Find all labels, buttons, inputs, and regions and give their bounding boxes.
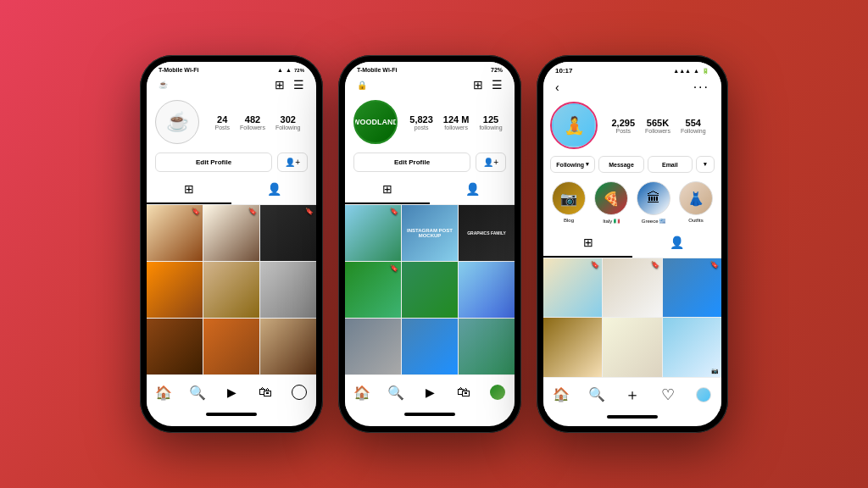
grid-cell-1-3[interactable]: 🔖 [260,205,316,261]
bottom-home-3[interactable]: 🏠 [549,383,573,407]
search-icon-2: 🔍 [387,385,404,401]
highlight-blog[interactable]: 📷 Blog [552,181,586,224]
bottom-profile-1[interactable] [287,380,311,404]
grid-cell-1-7[interactable] [147,319,203,374]
grid-cell-1-9[interactable] [260,319,316,374]
grid-cell-2-5[interactable] [402,262,458,318]
stat-followers-1: 482 Followers [240,114,265,130]
avatar-icon-1: ☕ [166,111,189,133]
grid-cell-3-6[interactable]: 📷 [663,318,721,376]
bottom-search-2[interactable]: 🔍 [384,380,408,404]
tabs-3: ⊞ 👤 [543,229,721,258]
bottom-search-3[interactable]: 🔍 [585,383,609,407]
grid-cell-2-4[interactable]: 🔖 [345,262,401,318]
bottom-profile-3[interactable] [692,383,715,407]
highlight-italy[interactable]: 🍕 Italy 🇮🇹 [594,181,628,224]
grid-cell-2-1[interactable]: 🔖 [345,205,401,261]
tab-grid-3[interactable]: ⊞ [543,229,632,258]
grid-cell-2-8[interactable] [402,319,458,374]
add-post-icon-1[interactable]: ⊞ [275,78,285,92]
following-button-3[interactable]: Following ▾ [550,156,595,173]
more-button-3[interactable]: ··· [693,80,709,95]
bottom-nav-2: 🏠 🔍 ▶ 🛍 [345,374,515,409]
grid-cell-1-6[interactable] [260,262,316,318]
bottom-profile-2[interactable] [486,380,509,404]
bookmark-1-2: 🔖 [248,208,257,215]
grid-cell-3-5[interactable] [603,318,661,376]
photo-grid-3: 🔖 🔖 🔖 📷 [543,258,721,377]
tab-tagged-1[interactable]: 👤 [231,175,316,204]
email-button-3[interactable]: Email [648,156,693,173]
posts-count-1: 24 [214,114,230,125]
grid-cell-3-2[interactable]: 🔖 [603,258,661,317]
bottom-reels-1[interactable]: ▶ [220,380,243,404]
dropdown-button-3[interactable]: ▾ [696,156,715,173]
bottom-home-1[interactable]: 🏠 [152,380,175,404]
add-friend-button-2[interactable]: 👤+ [476,152,506,172]
add-friend-button-1[interactable]: 👤+ [277,152,308,172]
bottom-add-3[interactable]: ＋ [620,383,644,407]
avatar-container-1: ☕ [155,100,199,144]
tab-tagged-2[interactable]: 👤 [430,175,515,204]
grid-cell-1-1[interactable]: 🔖 [147,205,203,261]
grid-cell-2-3[interactable]: GRAPHICS FAMILY [459,205,515,261]
highlight-greece[interactable]: 🏛 Greece 🇬🇷 [637,181,670,224]
tab-grid-1[interactable]: ⊞ [147,175,231,204]
add-icon-3: ＋ [625,385,640,405]
wifi-icon-3: ▲ [693,68,699,74]
bottom-heart-3[interactable]: ♡ [656,383,680,407]
add-post-icon-2[interactable]: ⊞ [473,78,483,92]
grid-cell-2-6[interactable] [459,262,515,318]
status-icons-3: ▲▲▲ ▲ 🔋 [673,68,709,75]
status-bar-1: T-Mobile Wi-Fi ▲ ▲ 72% [147,62,316,75]
bottom-shop-1[interactable]: 🛍 [253,380,277,404]
nav-icons-2: ⊞ ☰ [473,78,503,92]
home-icon-1: 🏠 [155,385,172,401]
posts-label-1: Posts [214,125,230,130]
highlight-icon-blog: 📷 [560,191,577,207]
grid-cell-1-2[interactable]: 🔖 [203,205,259,261]
following-label-3: Following [556,162,584,168]
grid-cell-2-7[interactable] [345,319,401,374]
grid-cell-3-4[interactable] [543,318,602,376]
highlight-circle-greece: 🏛 [637,181,670,215]
bookmark-2-4: 🔖 [390,264,398,272]
grid-icon-1: ⊞ [184,182,194,196]
bookmark-3-3: 🔖 [710,261,719,269]
back-button-3[interactable]: ‹ [555,80,559,94]
message-button-3[interactable]: Message [598,156,643,173]
action-buttons-3: Following ▾ Message Email ▾ [543,152,721,176]
reels-icon-2: ▶ [426,385,435,399]
signal-icon-1: ▲ [277,67,283,73]
grid-cell-2-9[interactable] [459,319,515,374]
grid-cell-1-4[interactable] [147,262,203,318]
profile-icon-1 [292,385,307,400]
grid-cell-1-8[interactable] [203,319,259,374]
menu-icon-2[interactable]: ☰ [492,78,503,92]
bookmark-2-1: 🔖 [390,208,398,215]
search-icon-3: 🔍 [588,386,605,402]
grid-cell-2-2[interactable]: INSTAGRAM POST MOCKUP [402,205,458,261]
bottom-shop-2[interactable]: 🛍 [452,380,476,404]
bottom-home-2[interactable]: 🏠 [350,380,374,404]
grid-cell-3-1[interactable]: 🔖 [543,258,602,317]
edit-profile-button-1[interactable]: Edit Profile [155,152,272,172]
tabs-2: ⊞ 👤 [345,175,515,205]
bottom-search-1[interactable]: 🔍 [186,380,209,404]
stats-1: 24 Posts 482 Followers 302 Following [208,114,308,130]
profile-actions-2: Edit Profile 👤+ [345,149,515,175]
menu-icon-1[interactable]: ☰ [293,78,304,92]
grid-cell-3-3[interactable]: 🔖 [663,258,721,317]
tab-grid-2[interactable]: ⊞ [345,175,430,204]
stat-followers-2: 124 M followers [443,114,470,130]
grid-cell-1-5[interactable] [203,262,259,318]
top-nav-2: 🔒 ⊞ ☰ [345,75,515,95]
avatar-container-2: WOODLAND [353,100,398,144]
tab-tagged-3[interactable]: 👤 [632,229,721,258]
edit-profile-button-2[interactable]: Edit Profile [353,152,470,172]
carrier-2: T-Mobile Wi-Fi [357,67,397,73]
highlight-outfits[interactable]: 👗 Outfits [679,181,713,224]
bottom-reels-2[interactable]: ▶ [418,380,442,404]
nav-icons-1: ⊞ ☰ [275,78,304,92]
profile-header-1: ☕ 24 Posts 482 Followers 302 Following [147,95,316,149]
